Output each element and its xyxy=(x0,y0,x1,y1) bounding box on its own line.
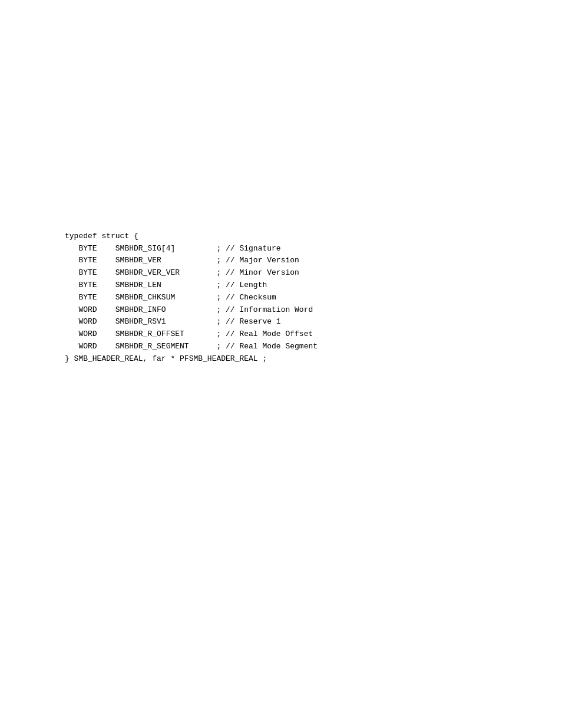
code-line-4: BYTE SMBHDR_LEN ; // Length xyxy=(65,279,318,292)
code-line-8: WORD SMBHDR_R_OFFSET ; // Real Mode Offs… xyxy=(65,328,318,341)
code-block: typedef struct { BYTE SMBHDR_SIG[4] ; //… xyxy=(65,218,318,365)
code-line-3: BYTE SMBHDR_VER_VER ; // Minor Version xyxy=(65,267,318,279)
code-line-2: BYTE SMBHDR_VER ; // Major Version xyxy=(65,255,318,267)
code-line-5: BYTE SMBHDR_CHKSUM ; // Checksum xyxy=(65,292,318,304)
code-line-1: BYTE SMBHDR_SIG[4] ; // Signature xyxy=(65,243,318,255)
code-line-0: typedef struct { xyxy=(65,230,318,243)
code-line-7: WORD SMBHDR_RSV1 ; // Reserve 1 xyxy=(65,316,318,328)
code-line-9: WORD SMBHDR_R_SEGMENT ; // Real Mode Seg… xyxy=(65,341,318,353)
code-line-6: WORD SMBHDR_INFO ; // Information Word xyxy=(65,304,318,317)
code-line-10: } SMB_HEADER_REAL, far * PFSMB_HEADER_RE… xyxy=(65,353,318,365)
